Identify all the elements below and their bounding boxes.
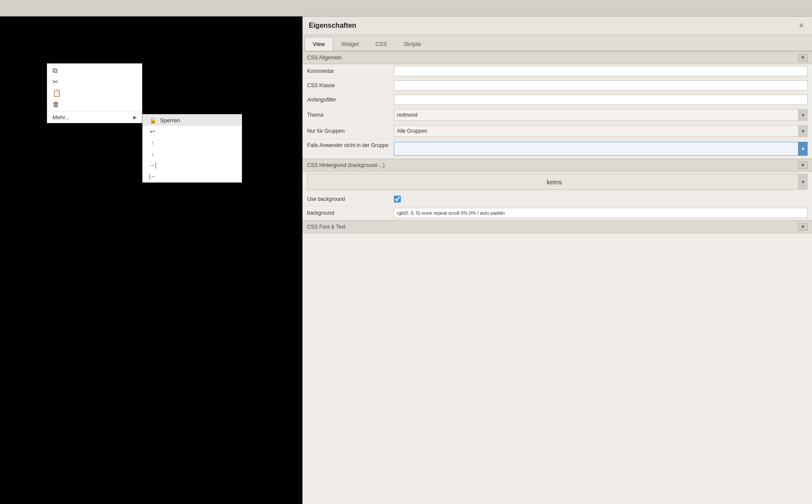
kommentar-input[interactable] xyxy=(394,66,808,76)
prop-gruppen-row: Nur für Gruppen Alle Gruppen ▼ xyxy=(303,123,812,139)
mehr-label: Mehr... xyxy=(52,114,70,121)
kommentar-value xyxy=(394,66,808,76)
mehr-arrow-icon: ▶ xyxy=(133,115,137,120)
lock-icon: 🔒 xyxy=(149,117,157,124)
section-css-hintergrund: CSS Hintergrund (background-...) ▼ xyxy=(303,159,812,172)
section-hintergrund-collapse[interactable]: ▼ xyxy=(798,161,808,169)
css-klasse-label: CSS Klasse xyxy=(307,82,394,88)
keins-select[interactable]: keins xyxy=(307,173,808,190)
tab-view[interactable]: View xyxy=(304,37,333,51)
gruppen-select[interactable]: Alle Gruppen xyxy=(394,125,808,137)
prop-thema-row: Thema redmond ▼ xyxy=(303,107,812,123)
section-font-title: CSS Font & Text xyxy=(307,224,345,230)
context-menu-icons: ⧉ ✂ 📋 🗑 xyxy=(47,64,142,112)
sperren-label: Sperren xyxy=(160,117,180,124)
properties-panel: Eigenschaften ≡ View Widget CSS Skripte … xyxy=(302,16,812,504)
paste-icon[interactable]: 📋 xyxy=(52,90,137,97)
anfangsfilter-value xyxy=(394,95,808,105)
background-value: rgb(0, 0, 0) none repeat scroll 0% 0% / … xyxy=(394,208,808,218)
use-background-checkbox[interactable] xyxy=(394,196,401,203)
falls-select-wrapper: ▼ xyxy=(394,142,808,156)
falls-value: ▼ xyxy=(394,142,808,156)
falls-select[interactable] xyxy=(394,142,808,156)
section-css-allgemein: CSS Allgemein ▼ xyxy=(303,51,812,64)
tabs-bar: View Widget CSS Skripte xyxy=(303,35,812,51)
submenu-item-up[interactable]: ↑ xyxy=(143,137,242,148)
thema-select[interactable]: redmond xyxy=(394,109,808,121)
submenu-item-align-right[interactable]: →| xyxy=(143,160,242,171)
kommentar-label: Kommentar xyxy=(307,68,394,74)
gruppen-label: Nur für Gruppen xyxy=(307,128,394,134)
up-icon: ↑ xyxy=(149,139,157,146)
falls-label: Falls Anwender nicht in der Gruppe xyxy=(307,142,394,149)
section-allgemein-collapse[interactable]: ▼ xyxy=(798,54,808,62)
section-hintergrund-title: CSS Hintergrund (background-...) xyxy=(307,162,385,168)
tab-widget[interactable]: Widget xyxy=(333,37,367,51)
delete-icon[interactable]: 🗑 xyxy=(52,101,137,108)
context-menu: ⧉ ✂ 📋 🗑 Mehr... ▶ xyxy=(47,63,142,123)
submenu-item-undo[interactable]: ↩ xyxy=(143,126,242,137)
undo-icon: ↩ xyxy=(149,128,157,135)
mehr-menu-item[interactable]: Mehr... ▶ xyxy=(47,112,142,123)
background-text: rgb(0, 0, 0) none repeat scroll 0% 0% / … xyxy=(394,208,808,218)
anfangsfilter-input[interactable] xyxy=(394,95,808,105)
panel-menu-button[interactable]: ≡ xyxy=(797,21,806,30)
main-area: ⧉ ✂ 📋 🗑 Mehr... ▶ 🔒 Sperren ↩ ↑ xyxy=(0,16,812,504)
thema-label: Thema xyxy=(307,112,394,118)
use-background-label: Use background xyxy=(307,196,394,202)
css-klasse-value xyxy=(394,80,808,91)
align-right-icon: →| xyxy=(149,162,157,169)
prop-use-background-row: Use background xyxy=(303,192,812,206)
keins-select-wrapper: keins ▼ xyxy=(307,173,808,190)
cut-icon[interactable]: ✂ xyxy=(52,79,137,85)
background-label: background xyxy=(307,210,394,216)
prop-kommentar-row: Kommentar xyxy=(303,64,812,79)
keins-row: keins ▼ xyxy=(303,172,812,192)
gruppen-value: Alle Gruppen ▼ xyxy=(394,125,808,137)
submenu-item-sperren[interactable]: 🔒 Sperren xyxy=(143,115,242,126)
align-left-icon: |← xyxy=(149,173,157,180)
anfangsfilter-label: Anfangsfilter xyxy=(307,97,394,103)
submenu-item-align-left[interactable]: |← xyxy=(143,171,242,182)
canvas-area: ⧉ ✂ 📋 🗑 Mehr... ▶ 🔒 Sperren ↩ ↑ xyxy=(0,16,302,504)
thema-value: redmond ▼ xyxy=(394,109,808,121)
prop-background-row: background rgb(0, 0, 0) none repeat scro… xyxy=(303,206,812,220)
submenu-item-down[interactable]: ↓ xyxy=(143,148,242,160)
use-background-value xyxy=(394,196,808,203)
panel-title: Eigenschaften xyxy=(309,22,356,29)
section-allgemein-title: CSS Allgemein xyxy=(307,55,342,61)
gruppen-select-wrapper: Alle Gruppen ▼ xyxy=(394,125,808,137)
tab-css[interactable]: CSS xyxy=(367,37,395,51)
thema-select-wrapper: redmond ▼ xyxy=(394,109,808,121)
css-klasse-input[interactable] xyxy=(394,80,808,91)
prop-falls-row: Falls Anwender nicht in der Gruppe ▼ xyxy=(303,139,812,159)
down-icon: ↓ xyxy=(149,151,157,157)
properties-content: CSS Allgemein ▼ Kommentar CSS Klasse Anf… xyxy=(303,51,812,504)
section-css-font: CSS Font & Text ▼ xyxy=(303,220,812,233)
top-bar xyxy=(0,0,812,16)
prop-css-klasse-row: CSS Klasse xyxy=(303,79,812,93)
submenu: 🔒 Sperren ↩ ↑ ↓ →| |← xyxy=(142,114,242,183)
copy-icon[interactable]: ⧉ xyxy=(52,67,137,74)
panel-header: Eigenschaften ≡ xyxy=(303,16,812,35)
prop-anfangsfilter-row: Anfangsfilter xyxy=(303,93,812,107)
section-font-collapse[interactable]: ▼ xyxy=(798,223,808,231)
tab-skripte[interactable]: Skripte xyxy=(395,37,429,51)
